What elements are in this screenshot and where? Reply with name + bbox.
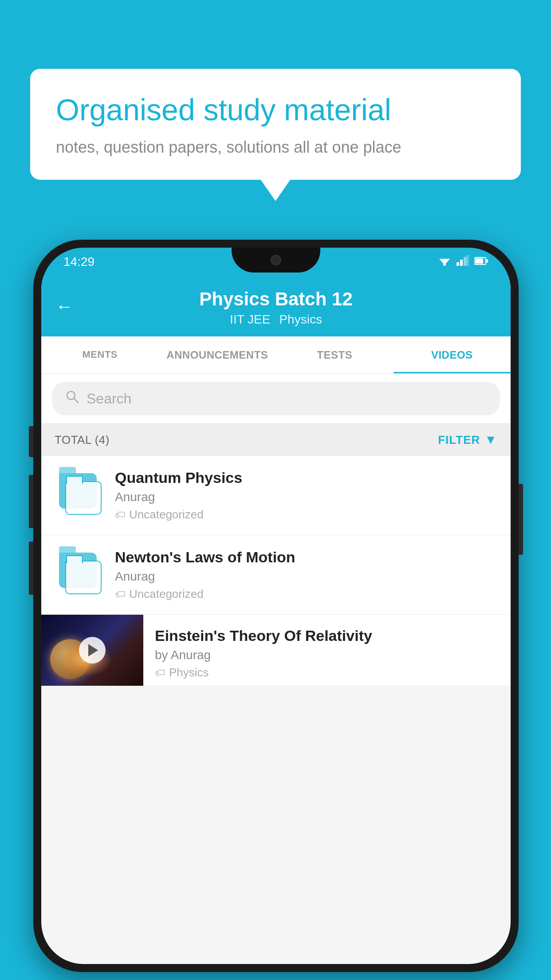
svg-rect-9 — [486, 259, 488, 263]
speech-bubble: Organised study material notes, question… — [30, 69, 521, 180]
svg-rect-3 — [457, 262, 459, 266]
volume-up-button — [29, 426, 33, 457]
svg-rect-6 — [466, 255, 469, 266]
tab-announcements[interactable]: ANNOUNCEMENTS — [159, 336, 276, 373]
tag-label: Uncategorized — [129, 508, 204, 522]
power-button — [519, 484, 523, 555]
svg-rect-8 — [475, 258, 483, 264]
folder-icon — [55, 550, 103, 599]
video-title: Newton's Laws of Motion — [115, 549, 497, 566]
camera-button — [29, 541, 33, 595]
list-item[interactable]: Newton's Laws of Motion Anurag 🏷 Uncateg… — [41, 535, 511, 615]
app-bar: ← Physics Batch 12 IIT JEE Physics — [41, 276, 511, 336]
filter-bar: TOTAL (4) FILTER ▼ — [41, 424, 511, 456]
total-count: TOTAL (4) — [55, 433, 110, 447]
search-placeholder: Search — [87, 391, 131, 407]
filter-icon: ▼ — [484, 433, 497, 447]
play-button[interactable] — [79, 637, 106, 664]
tab-tests[interactable]: TESTS — [276, 336, 394, 373]
video-info: Quantum Physics Anurag 🏷 Uncategorized — [115, 469, 497, 522]
screen-content: ← Physics Batch 12 IIT JEE Physics MENTS… — [41, 276, 511, 964]
phone-notch — [232, 248, 320, 273]
video-info: Newton's Laws of Motion Anurag 🏷 Uncateg… — [115, 549, 497, 601]
tag-label: Physics — [169, 666, 209, 680]
svg-line-11 — [74, 399, 78, 403]
speech-bubble-subtitle: notes, question papers, solutions all at… — [56, 138, 495, 157]
filter-button[interactable]: FILTER ▼ — [438, 433, 497, 447]
list-item[interactable]: Einstein's Theory Of Relativity by Anura… — [41, 615, 511, 686]
phone-frame: 14:29 — [33, 240, 519, 972]
status-icons — [438, 255, 488, 269]
search-icon — [65, 390, 79, 407]
back-button[interactable]: ← — [55, 296, 73, 316]
folder-graphic — [59, 553, 99, 597]
tab-ments[interactable]: MENTS — [41, 336, 159, 373]
tag-label: Uncategorized — [129, 587, 204, 601]
svg-point-2 — [443, 263, 446, 266]
tab-videos[interactable]: VIDEOS — [394, 336, 511, 373]
tag-icon: 🏷 — [115, 509, 126, 521]
wifi-icon — [438, 255, 451, 269]
tab-bar: MENTS ANNOUNCEMENTS TESTS VIDEOS — [41, 336, 511, 374]
folder-icon — [55, 471, 103, 520]
subtitle-iitjee: IIT JEE — [230, 312, 270, 327]
svg-rect-4 — [460, 260, 463, 266]
video-info: Einstein's Theory Of Relativity by Anura… — [155, 615, 497, 680]
video-list: Quantum Physics Anurag 🏷 Uncategorized — [41, 456, 511, 686]
video-tag: 🏷 Physics — [155, 666, 497, 680]
search-bar: Search — [41, 374, 511, 424]
list-item[interactable]: Quantum Physics Anurag 🏷 Uncategorized — [41, 456, 511, 535]
tag-icon: 🏷 — [155, 667, 165, 679]
speech-bubble-title: Organised study material — [56, 92, 495, 128]
video-tag: 🏷 Uncategorized — [115, 508, 497, 522]
search-field[interactable]: Search — [52, 382, 500, 415]
video-title: Quantum Physics — [115, 469, 497, 486]
page-subtitle: IIT JEE Physics — [230, 312, 322, 327]
video-author: Anurag — [115, 569, 497, 584]
video-author: by Anurag — [155, 648, 497, 662]
folder-graphic — [59, 473, 99, 518]
folder-front — [65, 481, 102, 515]
volume-down-button — [29, 475, 33, 528]
svg-rect-5 — [464, 257, 466, 266]
subtitle-physics: Physics — [279, 312, 322, 327]
filter-label: FILTER — [438, 433, 480, 447]
video-author: Anurag — [115, 490, 497, 504]
page-title: Physics Batch 12 — [199, 288, 353, 310]
status-time: 14:29 — [63, 255, 94, 269]
tag-icon: 🏷 — [115, 588, 126, 601]
video-title: Einstein's Theory Of Relativity — [155, 627, 497, 644]
video-thumbnail — [41, 615, 143, 686]
video-tag: 🏷 Uncategorized — [115, 587, 497, 601]
signal-icon — [457, 255, 469, 269]
phone-screen: 14:29 — [41, 248, 511, 964]
play-triangle-icon — [88, 644, 98, 656]
folder-front — [65, 561, 102, 594]
battery-icon — [474, 255, 488, 269]
front-camera — [271, 255, 281, 265]
